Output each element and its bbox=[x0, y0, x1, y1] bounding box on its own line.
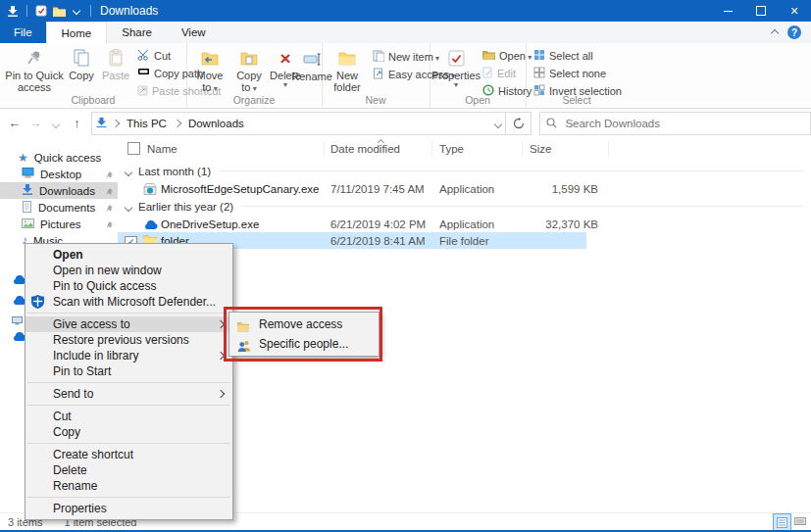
group-collapse-chevron-icon[interactable] bbox=[126, 201, 131, 213]
menu-item-pin-to-quick-access[interactable]: Pin to Quick access bbox=[25, 278, 232, 294]
group-label: Last month (1) bbox=[138, 166, 211, 177]
column-header-size[interactable]: Size bbox=[530, 143, 551, 155]
back-button[interactable]: ← bbox=[4, 116, 25, 130]
tab-file[interactable]: File bbox=[0, 22, 46, 43]
menu-item-open[interactable]: Open bbox=[25, 247, 232, 263]
menu-item-pin-to-start[interactable]: Pin to Start bbox=[25, 363, 232, 379]
sidebar-item-label: Quick access bbox=[34, 152, 101, 164]
menu-item-include-in-library[interactable]: Include in library bbox=[25, 348, 232, 363]
menu-item-copy[interactable]: Copy bbox=[25, 424, 232, 440]
breadcrumb-chevron-icon[interactable] bbox=[112, 119, 120, 126]
properties-button[interactable]: Properties bbox=[433, 46, 479, 89]
large-icons-view-button[interactable] bbox=[791, 513, 808, 529]
pin-icon bbox=[26, 46, 42, 70]
large-icons-view-icon bbox=[794, 516, 806, 526]
menu-item-rename[interactable]: Rename bbox=[25, 478, 232, 494]
documents-icon bbox=[22, 201, 32, 215]
cut-button[interactable]: Cut bbox=[137, 48, 171, 64]
file-row-microsoft-edge-setup[interactable]: MicrosoftEdgeSetupCanary.exe 7/11/2019 7… bbox=[118, 180, 811, 197]
group-label: New bbox=[322, 94, 430, 106]
refresh-button[interactable] bbox=[506, 112, 532, 135]
sidebar-item-label: Desktop bbox=[40, 169, 81, 180]
titlebar: Downloads × bbox=[0, 0, 811, 22]
menu-item-create-shortcut[interactable]: Create shortcut bbox=[25, 447, 232, 462]
breadcrumb-chevron-icon[interactable] bbox=[174, 119, 181, 126]
breadcrumb-downloads[interactable]: Downloads bbox=[186, 118, 246, 129]
breadcrumb-this-pc[interactable]: This PC bbox=[125, 118, 169, 129]
column-header-name[interactable]: Name bbox=[147, 143, 177, 155]
edit-button[interactable]: Edit bbox=[482, 66, 516, 81]
sidebar-item-quick-access[interactable]: ★ Quick access bbox=[0, 149, 118, 166]
ribbon-group-organize: Move to Copy to × Delete Rename Organize bbox=[186, 43, 323, 108]
menu-item-scan-with-defender[interactable]: Scan with Microsoft Defender... bbox=[25, 294, 232, 310]
copy-to-button[interactable]: Copy to bbox=[231, 46, 267, 95]
onedrive-cloud-icon bbox=[143, 219, 158, 231]
search-input[interactable] bbox=[563, 117, 804, 130]
button-label: Select all bbox=[549, 50, 593, 62]
ribbon-group-open: Properties Open Edit History Open bbox=[430, 43, 527, 108]
this-pc-icon bbox=[12, 315, 23, 327]
new-folder-button[interactable]: New folder bbox=[328, 46, 367, 93]
select-all-checkbox[interactable] bbox=[127, 142, 140, 157]
menu-item-restore-previous-versions[interactable]: Restore previous versions bbox=[25, 332, 232, 348]
menu-item-delete[interactable]: Delete bbox=[25, 462, 232, 478]
search-box[interactable] bbox=[539, 112, 811, 135]
tab-share[interactable]: Share bbox=[107, 22, 167, 43]
pin-to-quick-access-button[interactable]: Pin to Quick access bbox=[4, 46, 65, 93]
qat-properties-icon[interactable] bbox=[32, 0, 50, 22]
maximize-button[interactable] bbox=[744, 0, 778, 22]
sidebar-item-downloads[interactable]: Downloads bbox=[0, 182, 118, 199]
sidebar-item-pictures[interactable]: Pictures bbox=[0, 216, 118, 232]
minimize-button[interactable] bbox=[711, 0, 744, 22]
context-menu: Open Open in new window Pin to Quick acc… bbox=[25, 243, 233, 520]
collapse-ribbon-icon[interactable] bbox=[772, 26, 778, 38]
qat-customize-chevron-icon[interactable] bbox=[68, 0, 85, 22]
downloads-window-icon bbox=[4, 0, 22, 22]
move-to-icon bbox=[201, 46, 219, 70]
file-name: OneDriveSetup.exe bbox=[161, 218, 259, 230]
copy-to-icon bbox=[240, 46, 258, 70]
tab-home[interactable]: Home bbox=[46, 22, 108, 44]
menu-item-cut[interactable]: Cut bbox=[25, 409, 232, 424]
give-access-submenu: Remove access Specific people... bbox=[228, 312, 380, 357]
column-header-date-modified[interactable]: Date modified bbox=[330, 143, 400, 155]
up-button[interactable]: ↑ bbox=[67, 116, 87, 130]
recent-locations-chevron-icon[interactable] bbox=[46, 116, 67, 130]
tab-view[interactable]: View bbox=[167, 22, 221, 43]
menu-item-properties[interactable]: Properties bbox=[25, 501, 232, 516]
details-view-button[interactable] bbox=[773, 513, 791, 531]
sidebar-item-label: Downloads bbox=[39, 185, 95, 197]
sidebar-item-desktop[interactable]: Desktop bbox=[0, 166, 118, 182]
qat-new-folder-icon[interactable] bbox=[50, 0, 68, 22]
address-bar[interactable]: This PC Downloads bbox=[91, 112, 506, 135]
address-bar-row: ← → ↑ This PC Downloads bbox=[0, 109, 811, 137]
close-button[interactable]: × bbox=[778, 0, 811, 22]
paste-button[interactable]: Paste bbox=[98, 46, 133, 81]
forward-button[interactable]: → bbox=[25, 116, 45, 130]
sidebar-item-documents[interactable]: Documents bbox=[0, 199, 118, 216]
group-header-last-month[interactable]: Last month (1) bbox=[118, 163, 811, 179]
address-dropdown-icon[interactable] bbox=[495, 118, 501, 129]
submenu-item-specific-people[interactable]: Specific people... bbox=[229, 334, 379, 354]
help-icon[interactable]: ? bbox=[787, 25, 801, 39]
ribbon-group-new: New folder New item Easy access New bbox=[322, 43, 431, 108]
column-header-type[interactable]: Type bbox=[439, 143, 464, 155]
move-to-button[interactable]: Move to bbox=[192, 46, 228, 95]
group-header-earlier-this-year[interactable]: Earlier this year (2) bbox=[118, 198, 811, 215]
file-row-onedrive-setup[interactable]: OneDriveSetup.exe 6/21/2019 4:02 PM Appl… bbox=[118, 216, 811, 232]
select-all-button[interactable]: Select all bbox=[533, 48, 593, 64]
edit-icon bbox=[482, 67, 493, 80]
menu-item-send-to[interactable]: Send to bbox=[25, 386, 232, 402]
submenu-item-remove-access[interactable]: Remove access bbox=[229, 314, 379, 334]
select-none-button[interactable]: Select none bbox=[533, 66, 606, 81]
group-label: Earlier this year (2) bbox=[138, 201, 233, 213]
open-button[interactable]: Open bbox=[482, 48, 532, 64]
minimize-icon bbox=[724, 11, 733, 12]
menu-item-give-access-to[interactable]: Give access to bbox=[25, 316, 232, 332]
group-collapse-chevron-icon[interactable] bbox=[126, 166, 131, 177]
menu-item-open-in-new-window[interactable]: Open in new window bbox=[25, 263, 232, 278]
copy-button[interactable]: Copy bbox=[65, 46, 98, 81]
button-label: Select none bbox=[549, 68, 606, 79]
group-label: Open bbox=[430, 94, 526, 106]
refresh-icon bbox=[513, 118, 525, 129]
